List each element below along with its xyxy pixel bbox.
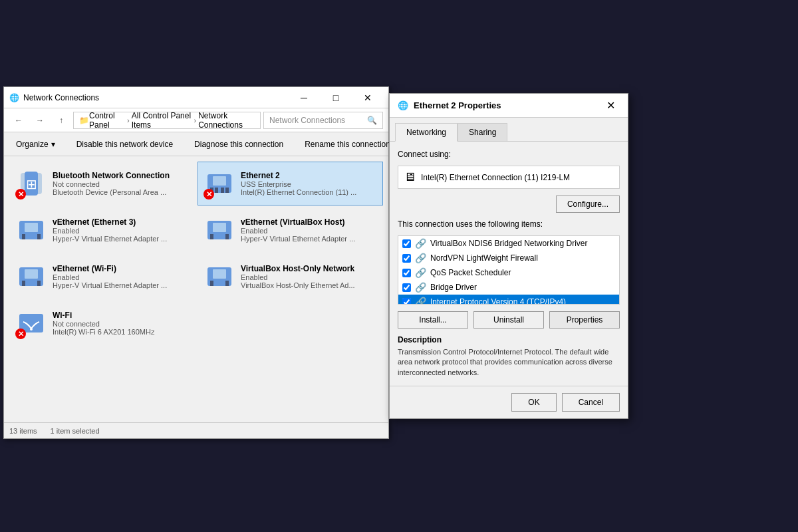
net-sub: Enabled (53, 227, 189, 235)
items-list: 🔗 VirtualBox NDIS6 Bridged Networking Dr… (398, 236, 619, 305)
network-item[interactable]: vEthernet (Wi-Fi) Enabled Hyper-V Virtua… (9, 255, 195, 299)
title-bar-left: 🌐 Network Connections (9, 93, 99, 102)
organize-label: Organize (16, 140, 49, 149)
net-info: Ethernet 2 USS Enterprise Intel(R) Ether… (241, 171, 377, 196)
net-sub: Not connected (53, 320, 189, 328)
diagnose-button[interactable]: Diagnose this connection (188, 137, 290, 152)
net-icon (203, 261, 235, 293)
forward-button[interactable]: → (31, 111, 49, 130)
path-part-2: All Control Panel Items (132, 111, 192, 130)
item-label: VirtualBox NDIS6 Bridged Networking Driv… (430, 239, 588, 248)
net-desc: Hyper-V Virtual Ethernet Adapter ... (241, 235, 377, 243)
uninstall-label: Uninstall (493, 315, 524, 325)
description-label: Description (398, 335, 620, 344)
network-item[interactable]: VirtualBox Host-Only Network Enabled Vir… (198, 255, 383, 299)
svg-text:⊞: ⊞ (26, 177, 37, 192)
network-item[interactable]: ✕ Wi-Fi Not connected Intel(R) Wi-Fi 6 A… (9, 301, 195, 345)
dialog-tabs: Networking Sharing (390, 118, 628, 141)
cancel-label: Cancel (579, 398, 603, 407)
svg-rect-8 (213, 176, 226, 186)
svg-rect-12 (37, 234, 41, 239)
network-item[interactable]: vEthernet (VirtualBox Host) Enabled Hype… (198, 208, 383, 252)
net-sub: USS Enterprise (241, 180, 377, 188)
svg-rect-6 (221, 188, 224, 193)
svg-point-26 (30, 328, 33, 331)
net-info: VirtualBox Host-Only Network Enabled Vir… (241, 264, 377, 289)
ok-label: OK (528, 398, 539, 407)
maximize-button[interactable]: □ (321, 87, 351, 108)
dialog-close-button[interactable]: ✕ (601, 96, 620, 115)
rename-label: Rename this connection (305, 140, 390, 149)
net-sub: Enabled (241, 273, 377, 281)
content-area: ⊞ ✕ Bluetooth Network Connection Not con… (4, 156, 388, 422)
tab-networking[interactable]: Networking (395, 123, 458, 142)
up-button[interactable]: ↑ (52, 111, 70, 130)
uninstall-button[interactable]: Uninstall (473, 311, 544, 329)
items-label: This connection uses the following items… (398, 219, 620, 229)
network-item[interactable]: ⊞ ✕ Bluetooth Network Connection Not con… (9, 162, 195, 205)
path-sep-2: › (194, 116, 197, 124)
net-name: VirtualBox Host-Only Network (241, 264, 377, 273)
cancel-button[interactable]: Cancel (562, 393, 620, 412)
error-badge: ✕ (15, 329, 26, 339)
address-path[interactable]: 📁 Control Panel › All Control Panel Item… (73, 112, 261, 129)
item-label: Bridge Driver (430, 283, 477, 292)
list-item[interactable]: 🔗 VirtualBox NDIS6 Bridged Networking Dr… (398, 236, 619, 251)
diagnose-label: Diagnose this connection (194, 140, 283, 149)
error-badge: ✕ (203, 189, 214, 200)
close-button[interactable]: ✕ (352, 87, 383, 108)
list-item[interactable]: 🔗 Internet Protocol Version 4 (TCP/IPv4) (398, 295, 619, 305)
net-desc: Bluetooth Device (Personal Area ... (53, 188, 189, 196)
item-label: NordVPN LightWeight Firewall (430, 253, 538, 263)
dialog-title-text: Ethernet 2 Properties (414, 100, 501, 110)
net-info: Bluetooth Network Connection Not connect… (53, 171, 189, 196)
net-name: vEthernet (Wi-Fi) (53, 264, 189, 273)
address-bar: ← → ↑ 📁 Control Panel › All Control Pane… (4, 108, 388, 132)
items-list-container[interactable]: 🔗 VirtualBox NDIS6 Bridged Networking Dr… (398, 235, 620, 305)
item-icon: 🔗 (415, 238, 426, 249)
network-connections-window: 🌐 Network Connections ─ □ ✕ ← → ↑ 📁 Cont… (3, 86, 389, 439)
minimize-button[interactable]: ─ (289, 87, 319, 108)
dialog-title-left: 🌐 Ethernet 2 Properties (398, 100, 501, 110)
tab-sharing[interactable]: Sharing (458, 123, 507, 141)
net-sub: Enabled (53, 273, 189, 281)
list-item[interactable]: 🔗 NordVPN LightWeight Firewall (398, 251, 619, 265)
ok-button[interactable]: OK (511, 393, 556, 412)
install-label: Install... (419, 315, 446, 325)
svg-rect-23 (210, 281, 213, 286)
network-item[interactable]: ✕ Ethernet 2 USS Enterprise Intel(R) Eth… (198, 162, 383, 205)
net-name: vEthernet (Ethernet 3) (53, 217, 189, 227)
item-checkbox[interactable] (402, 254, 411, 263)
path-part-3: Network Connections (198, 111, 255, 130)
item-checkbox[interactable] (402, 239, 411, 248)
status-bar: 13 items 1 item selected (4, 422, 388, 438)
properties-label: Properties (567, 315, 603, 325)
svg-rect-10 (25, 223, 38, 232)
item-checkbox[interactable] (402, 283, 411, 292)
network-item[interactable]: vEthernet (Ethernet 3) Enabled Hyper-V V… (9, 208, 195, 252)
rename-button[interactable]: Rename this connection (298, 137, 397, 152)
configure-button[interactable]: Configure... (556, 196, 620, 213)
search-placeholder: Network Connections (269, 116, 345, 125)
list-item[interactable]: 🔗 Bridge Driver (398, 280, 619, 295)
error-badge: ✕ (15, 189, 26, 200)
install-button[interactable]: Install... (398, 311, 468, 329)
net-desc: Intel(R) Wi-Fi 6 AX201 160MHz (53, 328, 189, 336)
properties-button[interactable]: Properties (549, 311, 620, 329)
path-sep-1: › (127, 116, 130, 124)
search-box[interactable]: Network Connections 🔍 (263, 112, 383, 129)
list-item[interactable]: 🔗 QoS Packet Scheduler (398, 265, 619, 280)
window-title: Network Connections (23, 93, 99, 102)
disable-button[interactable]: Disable this network device (70, 137, 180, 152)
adapter-icon: 🖥 (404, 170, 416, 184)
net-info: vEthernet (VirtualBox Host) Enabled Hype… (241, 217, 377, 243)
net-icon (203, 214, 235, 246)
net-info: Wi-Fi Not connected Intel(R) Wi-Fi 6 AX2… (53, 311, 189, 336)
back-button[interactable]: ← (9, 111, 28, 130)
organize-button[interactable]: Organize ▾ (9, 137, 62, 152)
svg-rect-5 (215, 188, 218, 193)
net-desc: VirtualBox Host-Only Ethernet Ad... (241, 281, 377, 289)
item-checkbox[interactable] (402, 269, 411, 277)
net-icon: ⊞ ✕ (15, 168, 47, 200)
item-checkbox[interactable] (402, 298, 411, 305)
